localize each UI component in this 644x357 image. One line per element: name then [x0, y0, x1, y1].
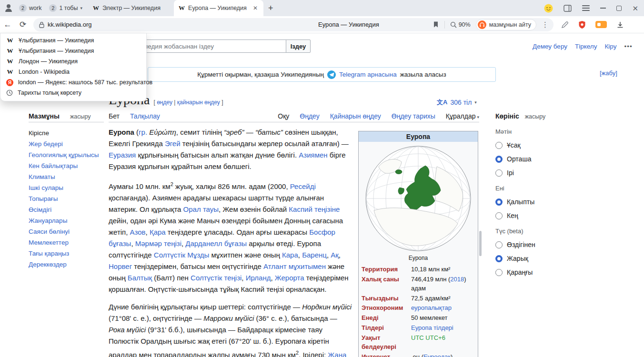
- text-link[interactable]: Солтүстік теңізі: [191, 274, 242, 282]
- login-link[interactable]: Кіру: [604, 43, 616, 50]
- profile-icon[interactable]: [4, 3, 13, 13]
- toc-item[interactable]: Климаты: [29, 171, 104, 182]
- radio-option-medium[interactable]: Орташа: [495, 155, 568, 163]
- radio-option-dark[interactable]: Қараңғы: [495, 268, 568, 276]
- text-link[interactable]: 2018: [450, 276, 464, 283]
- text-link[interactable]: өңдеу: [157, 99, 172, 106]
- toc-item[interactable]: Топырағы: [29, 193, 104, 204]
- tab-electr-wikipedia[interactable]: W Электр — Уикипедия: [88, 0, 172, 16]
- register-link[interactable]: Тіркелу: [575, 43, 597, 50]
- kebab-menu-icon[interactable]: ⋮: [542, 20, 549, 29]
- suggestion-show-history[interactable]: Тарихты толық көрсету: [0, 88, 146, 98]
- content-scrollbar[interactable]: [479, 231, 482, 256]
- text-link[interactable]: Дарданелл бұғазы: [185, 239, 247, 248]
- tab-close-icon[interactable]: ✕: [252, 5, 259, 11]
- text-link[interactable]: Азов: [130, 228, 146, 236]
- bookmark-icon[interactable]: [433, 21, 439, 28]
- toc-item[interactable]: Өсімдігі: [29, 204, 104, 215]
- reload-icon[interactable]: ⟳: [15, 20, 30, 30]
- text-link[interactable]: Қара: [150, 228, 166, 236]
- radio-option-small[interactable]: Ұсақ: [495, 141, 568, 149]
- zoom-control[interactable]: 90%: [450, 21, 471, 28]
- text-link[interactable]: Каспий теңізіне: [289, 205, 340, 213]
- text-link[interactable]: Еуроодақ: [423, 353, 451, 357]
- adblock-shield-icon[interactable]: [578, 20, 586, 29]
- text-link[interactable]: Еуропа тілдері: [411, 324, 453, 331]
- suggestion-item-yandex[interactable]: Я london — Яндекс: нашлось 587 тыс. резу…: [0, 77, 146, 88]
- suggestion-item[interactable]: W London - Wikipedia: [0, 67, 146, 77]
- toc-item[interactable]: Жануарлары: [29, 215, 104, 226]
- language-selector-button[interactable]: 文A 306 тіл ▾: [437, 98, 477, 107]
- side-panel-icon[interactable]: [564, 5, 572, 12]
- tab-tools[interactable]: Құралдар▾: [446, 112, 479, 122]
- text-link[interactable]: Азиямен: [299, 151, 327, 159]
- wiki-search-button[interactable]: Іздеу: [286, 40, 311, 53]
- toc-item[interactable]: Кен байлықтары: [29, 160, 104, 171]
- pen-icon[interactable]: [561, 21, 569, 29]
- text-link[interactable]: Кара: [282, 251, 298, 259]
- tab-group-1toby[interactable]: 2 1 тобы ▾: [45, 0, 86, 16]
- toc-hide-button[interactable]: жасыру: [70, 113, 91, 120]
- toc-item[interactable]: Тағы қараңыз: [29, 248, 104, 259]
- text-link[interactable]: Эгей: [165, 139, 181, 148]
- toc-item[interactable]: Кіріспе: [29, 128, 104, 139]
- radio-option-large[interactable]: Ірі: [495, 169, 568, 177]
- radio-option-standard[interactable]: Қалыпты: [495, 198, 568, 206]
- menu-icon[interactable]: [582, 5, 590, 11]
- tab-talk[interactable]: Талқылау: [130, 112, 160, 122]
- downloads-icon[interactable]: [616, 21, 624, 29]
- read-aloud-button[interactable]: мазмұнын айту: [476, 19, 536, 30]
- text-link[interactable]: Ирланд: [246, 274, 271, 282]
- radio-option-light[interactable]: Жарық: [495, 255, 568, 262]
- lock-icon[interactable]: [39, 21, 44, 28]
- text-link[interactable]: Ақ: [331, 251, 339, 259]
- new-tab-button[interactable]: +: [263, 3, 278, 13]
- tab-history[interactable]: Өңдеу тарихы: [392, 112, 435, 122]
- text-link[interactable]: еуропалықтар: [411, 304, 452, 311]
- toc-item[interactable]: Геологиялық құрылысы: [29, 149, 104, 160]
- appearance-hide-button[interactable]: жасыру: [525, 113, 546, 120]
- text-link[interactable]: Орал тауы: [183, 205, 219, 213]
- text-link[interactable]: Солтүстік Мұзды: [154, 251, 209, 259]
- text-link[interactable]: Ресейді: [290, 182, 316, 190]
- donate-link[interactable]: Демеу беру: [533, 43, 567, 50]
- suggestion-item[interactable]: W Ұлыбритания — Уикипедия: [0, 35, 146, 46]
- infobox-image[interactable]: [359, 142, 478, 255]
- toc-item[interactable]: Жер бедері: [29, 139, 104, 149]
- radio-option-wide[interactable]: Кең: [495, 212, 568, 219]
- toc-item[interactable]: Ішкі сулары: [29, 182, 104, 193]
- suggestion-item[interactable]: W Лондон — Уикипедия: [0, 56, 146, 67]
- address-bar[interactable]: kk.wikipedia.org Еуропа — Уикипедия 90%: [33, 18, 553, 31]
- text-link[interactable]: Жерорта: [275, 274, 304, 282]
- text-link[interactable]: гр.: [139, 128, 147, 136]
- text-link[interactable]: Еуразия: [109, 151, 136, 159]
- toc-item[interactable]: Дереккөздер: [29, 259, 104, 270]
- text-link[interactable]: Норвег: [109, 262, 132, 270]
- telegram-channel-link[interactable]: Telegram арнасына: [339, 71, 397, 78]
- minimize-icon[interactable]: [600, 8, 606, 9]
- text-link[interactable]: Баренц: [302, 251, 327, 259]
- radio-option-automatic[interactable]: Өздігінен: [495, 241, 568, 248]
- radio-icon: [495, 269, 503, 276]
- wikipedia-favicon-icon: W: [179, 4, 185, 12]
- close-window-icon[interactable]: ✕: [632, 5, 638, 12]
- text-link[interactable]: Атлант мұхитымен: [263, 262, 326, 270]
- back-icon[interactable]: ←: [0, 20, 15, 30]
- toc-item[interactable]: Саяси бөлінуі: [29, 226, 104, 237]
- extension-icon[interactable]: [595, 21, 607, 28]
- smiley-icon[interactable]: [544, 4, 553, 13]
- more-menu-icon[interactable]: •••: [624, 43, 632, 50]
- tab-group-work[interactable]: 2 work: [15, 0, 45, 16]
- tab-europa-wikipedia[interactable]: W Еуропа — Уикипедия ✕: [174, 0, 263, 16]
- toc-item[interactable]: Мемлекеттер: [29, 237, 104, 248]
- banner-close-link[interactable]: [жабу]: [600, 69, 617, 77]
- tab-edit[interactable]: Өңдеу: [300, 112, 319, 122]
- suggestion-item[interactable]: W Ұлыбритания — Уикипедия: [0, 46, 146, 56]
- text-link[interactable]: қайнарын өңдеу: [177, 99, 220, 106]
- text-link[interactable]: Балтық: [128, 274, 152, 282]
- tab-page[interactable]: Бет: [109, 112, 120, 122]
- tab-edit-source[interactable]: Қайнарын өңдеу: [330, 112, 381, 122]
- text-link[interactable]: Мәрмәр теңізі: [135, 239, 181, 248]
- tab-read[interactable]: Оқу: [278, 112, 289, 122]
- maximize-icon[interactable]: [616, 6, 622, 11]
